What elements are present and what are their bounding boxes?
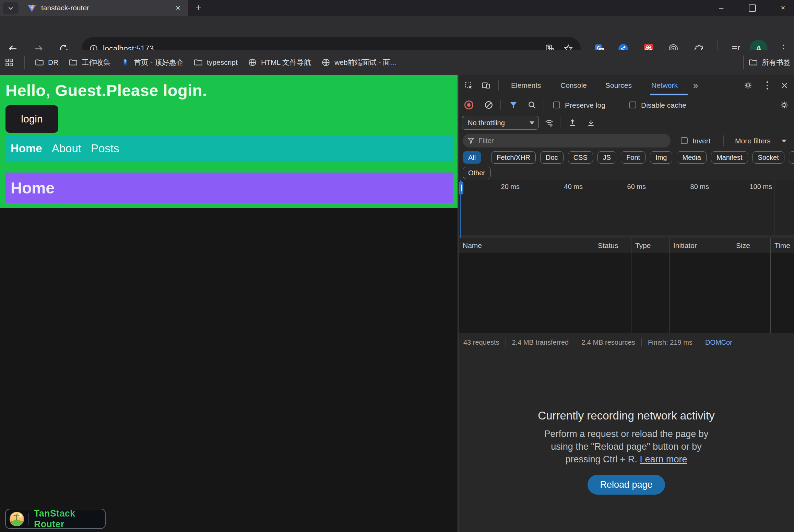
export-har-button[interactable]	[583, 115, 599, 130]
column-separator[interactable]	[631, 238, 631, 333]
record-network-log-button[interactable]	[461, 97, 476, 113]
bookmark-folder-work[interactable]: 工作收集	[69, 58, 110, 67]
network-overview-timeline[interactable]: 20 ms 40 ms 60 ms 80 ms 100 ms	[459, 180, 794, 238]
chevron-down-icon	[530, 121, 534, 125]
kebab-menu-icon	[767, 81, 768, 90]
bookmark-label: HTML 文件导航	[261, 58, 311, 67]
reload-page-button[interactable]: Reload page	[588, 475, 665, 495]
filter-chip-socket[interactable]: Socket	[752, 151, 784, 164]
filter-chip-font[interactable]: Font	[621, 151, 645, 164]
filter-input[interactable]	[478, 137, 666, 145]
timeline-tick: 100 ms	[738, 183, 772, 191]
window-minimize-button[interactable]: –	[709, 0, 733, 16]
new-tab-button[interactable]: +	[191, 2, 206, 14]
tab-sources[interactable]: Sources	[605, 75, 632, 96]
column-header-name[interactable]: Name	[463, 238, 482, 253]
network-filter-field[interactable]	[463, 134, 671, 147]
column-separator[interactable]	[594, 238, 594, 333]
empty-state-line3-text: pressing Ctrl + R.	[566, 454, 637, 464]
timeline-tick: 60 ms	[612, 183, 646, 191]
filter-chip-img[interactable]: Img	[650, 151, 672, 164]
nav-link-posts[interactable]: Posts	[91, 142, 119, 155]
browser-tab[interactable]: tanstack-router ×	[21, 0, 186, 16]
more-filters-label[interactable]: More filters	[735, 137, 771, 145]
column-header-status[interactable]: Status	[598, 238, 618, 253]
inspect-element-button[interactable]	[461, 78, 476, 93]
bookmark-folder-typescript[interactable]: typescript	[194, 58, 238, 67]
summary-divider	[641, 338, 642, 347]
tab-close-button[interactable]: ×	[176, 4, 180, 12]
filter-chip-media[interactable]: Media	[677, 151, 706, 164]
filter-chip-css[interactable]: CSS	[568, 151, 593, 164]
device-toolbar-button[interactable]	[478, 78, 494, 93]
bookmark-homepage[interactable]: 首页 - 顶好惠企	[121, 58, 183, 67]
tab-console[interactable]: Console	[560, 75, 587, 96]
tab-title: tanstack-router	[41, 4, 89, 12]
devtools-close-button[interactable]	[777, 78, 792, 93]
devtools-divider	[498, 80, 499, 91]
bookmark-label: 工作收集	[82, 58, 110, 67]
window-close-button[interactable]: ×	[771, 0, 794, 16]
search-network-button[interactable]	[524, 97, 540, 113]
bookmarks-divider	[24, 56, 25, 69]
devtools-divider	[560, 117, 560, 128]
bookmarks-bar: DR 工作收集 首页 - 顶好惠企 typescript HTML 文件导航 w…	[0, 50, 794, 75]
column-header-type[interactable]: Type	[635, 238, 651, 253]
throttling-select[interactable]: No throttling	[462, 116, 539, 130]
timeline-selection-handle[interactable]	[459, 181, 463, 194]
bookmark-html-nav[interactable]: HTML 文件导航	[248, 58, 311, 67]
upload-icon	[568, 118, 577, 127]
network-conditions-button[interactable]	[542, 115, 557, 130]
devtools-divider	[544, 100, 544, 110]
preserve-log-checkbox[interactable]	[553, 102, 560, 108]
section-heading: Home	[5, 179, 55, 197]
network-settings-button[interactable]	[777, 97, 792, 113]
devtools-menu-button[interactable]	[760, 78, 775, 93]
filter-chip-doc[interactable]: Doc	[540, 151, 564, 164]
filter-toggle-button[interactable]	[506, 97, 521, 113]
devtools-panel: Elements Console Sources Network »	[459, 75, 794, 532]
devtools-divider	[735, 80, 735, 91]
import-har-button[interactable]	[565, 115, 580, 130]
globe-icon	[321, 58, 330, 67]
summary-divider	[699, 338, 699, 347]
clear-network-log-button[interactable]	[481, 97, 496, 113]
filter-chip-js[interactable]: JS	[597, 151, 616, 164]
tanstack-devtools-badge[interactable]: TanStack Router	[5, 509, 106, 529]
nav-link-home[interactable]: Home	[11, 142, 42, 155]
filter-chip-wasm[interactable]: Wasm	[789, 151, 794, 164]
folder-icon	[749, 58, 758, 67]
tab-elements[interactable]: Elements	[511, 75, 541, 96]
bookmark-web-interview[interactable]: web前端面试 - 面...	[321, 58, 396, 67]
folder-icon	[69, 58, 78, 67]
invert-label[interactable]: Invert	[692, 137, 711, 145]
learn-more-link[interactable]: Learn more	[640, 454, 687, 464]
nav-link-about[interactable]: About	[52, 142, 81, 155]
invert-checkbox[interactable]	[681, 137, 688, 144]
column-separator[interactable]	[669, 238, 669, 333]
tab-search-button[interactable]	[3, 2, 19, 14]
preserve-log-label[interactable]: Preserve log	[565, 101, 605, 109]
column-header-time[interactable]: Time	[774, 238, 790, 253]
timeline-gridline	[522, 180, 522, 238]
column-header-size[interactable]: Size	[736, 238, 750, 253]
disable-cache-label[interactable]: Disable cache	[641, 101, 686, 109]
timeline-gridline	[711, 180, 711, 238]
filter-chip-other[interactable]: Other	[463, 167, 491, 179]
window-maximize-button[interactable]	[740, 0, 764, 16]
column-separator[interactable]	[732, 238, 732, 333]
bookmark-folder-dr[interactable]: DR	[35, 58, 58, 67]
column-separator[interactable]	[770, 238, 771, 333]
all-bookmarks-button[interactable]: 所有书签	[749, 58, 791, 67]
inspect-icon	[464, 81, 473, 90]
disable-cache-checkbox[interactable]	[629, 102, 636, 108]
login-button[interactable]: login	[5, 105, 58, 133]
filter-chip-fetchxhr[interactable]: Fetch/XHR	[491, 151, 536, 164]
tab-network[interactable]: Network	[651, 75, 678, 96]
devtools-settings-button[interactable]	[740, 78, 756, 93]
filter-chip-manifest[interactable]: Manifest	[711, 151, 748, 164]
column-header-initiator[interactable]: Initiator	[673, 238, 697, 253]
apps-grid-button[interactable]	[5, 58, 14, 67]
more-tabs-button[interactable]: »	[693, 75, 698, 96]
filter-chip-all[interactable]: All	[463, 151, 481, 164]
